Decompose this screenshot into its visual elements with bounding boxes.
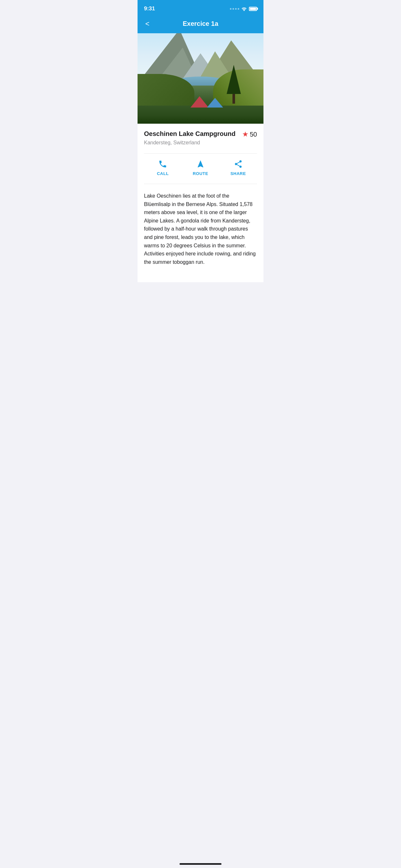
content-area: Oeschinen Lake Campground ★ 50 Kanderste… [137, 124, 264, 282]
signal-icon [230, 8, 239, 10]
route-svg [196, 159, 205, 168]
status-time: 9:31 [144, 5, 155, 12]
description: Lake Oeschinen lies at the foot of the B… [144, 192, 257, 266]
share-label: SHARE [230, 171, 246, 176]
rating-container: ★ 50 [242, 130, 257, 138]
call-label: CALL [157, 171, 169, 176]
tree-top [227, 65, 241, 94]
route-icon [196, 159, 205, 169]
tent-red [190, 96, 209, 107]
rating-number: 50 [250, 131, 257, 138]
route-action[interactable]: ROUTE [188, 159, 213, 176]
nav-bar: < Exercice 1a [137, 16, 264, 33]
phone-svg [158, 159, 167, 168]
battery-icon [249, 7, 257, 11]
back-button[interactable]: < [143, 19, 152, 29]
tree [227, 65, 241, 104]
location-subtitle: Kandersteg, Switzerland [144, 140, 257, 146]
share-svg [234, 159, 243, 168]
tree-trunk [233, 94, 235, 104]
location-name: Oeschinen Lake Campground [144, 130, 237, 137]
phone-icon [158, 159, 167, 169]
bottom-area [137, 282, 264, 347]
call-action[interactable]: CALL [150, 159, 176, 176]
wifi-icon [241, 6, 247, 11]
status-bar: 9:31 [137, 0, 264, 16]
share-icon [234, 159, 243, 169]
hero-image [137, 33, 264, 124]
actions-row: CALL ROUTE SHARE [144, 153, 257, 184]
nav-title: Exercice 1a [183, 20, 218, 27]
share-action[interactable]: SHARE [225, 159, 251, 176]
star-icon: ★ [242, 130, 249, 138]
route-label: ROUTE [193, 171, 208, 176]
location-header: Oeschinen Lake Campground ★ 50 [144, 130, 257, 138]
status-icons [230, 6, 257, 11]
tent-blue [207, 98, 223, 107]
